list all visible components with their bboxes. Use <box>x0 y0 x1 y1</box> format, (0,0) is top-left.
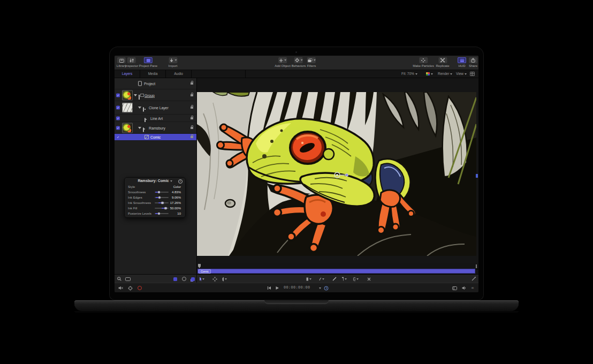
render-menu[interactable]: Render <box>438 70 452 78</box>
hud-title: Ramsbury: Comic i <box>125 178 185 184</box>
slider-knob[interactable] <box>161 202 164 204</box>
hud-param-value[interactable]: 50.00% <box>170 207 181 210</box>
keyframe-crosshair-icon[interactable] <box>127 285 133 291</box>
hud-param-row: Ink Smoothness 17.26% <box>125 200 185 206</box>
replicate-button[interactable]: Replicate <box>436 57 449 67</box>
make-particles-button[interactable]: Make Particles <box>413 57 434 67</box>
lock-icon[interactable] <box>191 107 193 109</box>
hud-param-value[interactable]: 9.06% <box>172 196 181 199</box>
lock-icon[interactable] <box>191 127 193 129</box>
bezier-pen-tool[interactable] <box>319 276 324 282</box>
hud-param-slider[interactable] <box>155 192 169 193</box>
hud-param-slider[interactable] <box>155 202 169 203</box>
layer-row[interactable]: ✓ Project <box>115 78 196 89</box>
disclosure-triangle-icon[interactable] <box>138 127 141 129</box>
add-object-label: Add Object <box>275 64 291 67</box>
show-masks-icon[interactable] <box>181 276 187 282</box>
lock-icon[interactable] <box>191 94 193 96</box>
hud-button[interactable]: HUD <box>458 57 466 67</box>
layer-row[interactable]: ✓ Group <box>115 89 196 101</box>
disclosure-triangle-icon[interactable] <box>138 107 141 109</box>
slider-knob[interactable] <box>164 207 167 210</box>
layer-name: Group <box>145 93 155 97</box>
show-objects-icon[interactable] <box>172 276 178 282</box>
lock-icon[interactable] <box>191 136 193 138</box>
clock-icon[interactable] <box>323 285 329 291</box>
zoom-fit-control[interactable]: Fit: 70% <box>401 70 417 78</box>
canvas-viewport[interactable] <box>197 78 478 263</box>
add-object-button[interactable]: Add Object <box>275 57 291 67</box>
channels-control[interactable] <box>426 70 433 78</box>
inspector-button[interactable]: Inspector <box>125 57 139 67</box>
layer-row[interactable]: ✓ Comic <box>115 134 196 141</box>
tab-media[interactable]: Media <box>140 70 166 78</box>
share-button[interactable]: Share <box>469 57 477 67</box>
line-tool[interactable] <box>332 276 337 282</box>
disclosure-triangle-icon[interactable] <box>134 94 137 96</box>
layer-checkbox[interactable]: ✓ <box>116 116 120 120</box>
onscreen-control-edge-handle[interactable] <box>476 174 478 178</box>
slider-knob[interactable] <box>158 196 161 199</box>
playhead-icon[interactable] <box>198 264 201 268</box>
timecode-menu-chevron-icon[interactable] <box>317 285 322 291</box>
layer-checkbox[interactable]: ✓ <box>116 106 120 110</box>
hud-param-slider[interactable] <box>155 208 169 209</box>
slider-knob[interactable] <box>158 191 161 194</box>
play-button[interactable] <box>275 285 280 291</box>
layer-checkbox[interactable]: ✓ <box>116 126 120 130</box>
mute-audio-icon[interactable] <box>118 285 123 291</box>
layer-checkbox[interactable]: ✓ <box>116 93 120 97</box>
resize-diagonal-icon[interactable] <box>471 276 476 282</box>
hud-param-label: Style <box>128 185 135 188</box>
hud-panel[interactable]: Ramsbury: Comic i Style Color Smoothness… <box>124 177 186 218</box>
select-transform-tool[interactable] <box>199 276 204 282</box>
hud-param-value[interactable]: 4.83% <box>172 191 181 194</box>
canvas-image-comic-frog[interactable] <box>197 92 476 256</box>
show-layers-icon[interactable] <box>190 276 195 282</box>
layer-checkbox[interactable]: ✓ <box>116 135 120 139</box>
view-menu[interactable]: View <box>456 70 467 78</box>
search-icon[interactable] <box>117 276 122 282</box>
hud-param-label: Smoothness <box>128 191 146 194</box>
inspector-label: Inspector <box>125 64 139 67</box>
library-icon <box>117 57 126 63</box>
timecode-display[interactable]: 00:00:00:00 <box>284 285 316 290</box>
camera-view-icon[interactable] <box>452 285 457 291</box>
hud-param-row: Ink Edges 9.06% <box>125 195 185 200</box>
hud-param-value[interactable]: Color <box>173 185 181 188</box>
slider-knob[interactable] <box>158 213 161 215</box>
lock-icon[interactable] <box>191 82 193 85</box>
axis-tool[interactable] <box>366 276 371 282</box>
loop-icon[interactable]: ∞ <box>470 285 475 291</box>
record-animation-icon[interactable] <box>137 285 142 291</box>
hud-param-slider[interactable] <box>155 197 169 198</box>
timeline-clip-comic[interactable]: Comic <box>197 269 475 274</box>
image-mask-tool[interactable] <box>353 276 359 282</box>
import-button[interactable]: Import <box>168 57 177 67</box>
hud-param-value[interactable]: 10 <box>177 212 181 215</box>
project-pane-button[interactable]: Project Pane <box>139 57 157 67</box>
tools-bar <box>115 274 478 283</box>
layout-grid-control[interactable] <box>470 70 475 78</box>
filters-button[interactable]: Filters <box>307 57 316 67</box>
go-to-start-button[interactable] <box>267 285 272 291</box>
share-label: Share <box>469 64 477 67</box>
layer-row[interactable]: ✓ Ramsbury <box>115 122 196 134</box>
pan-hand-tool[interactable] <box>222 276 227 282</box>
tab-layers[interactable]: Layers <box>115 70 140 78</box>
layer-row[interactable]: ✓ Line Art <box>115 115 196 122</box>
behaviors-button[interactable]: Behaviors <box>292 57 306 67</box>
speaker-icon[interactable] <box>461 285 467 291</box>
hud-param-value[interactable]: 17.26% <box>170 201 181 204</box>
rectangle-shape-tool[interactable] <box>306 276 311 282</box>
hud-param-label: Posterize Levels <box>128 212 151 215</box>
text-tool[interactable] <box>341 276 347 282</box>
distort-tool[interactable] <box>212 276 217 282</box>
lock-icon[interactable] <box>191 117 193 119</box>
hud-param-slider[interactable] <box>155 213 169 214</box>
info-icon[interactable]: i <box>178 179 183 184</box>
layer-row[interactable]: ✓ Clone Layer <box>115 101 196 115</box>
tab-audio[interactable]: Audio <box>166 70 192 78</box>
layer-thumbnail <box>122 123 133 133</box>
filmstrip-filter-icon[interactable] <box>125 276 131 282</box>
